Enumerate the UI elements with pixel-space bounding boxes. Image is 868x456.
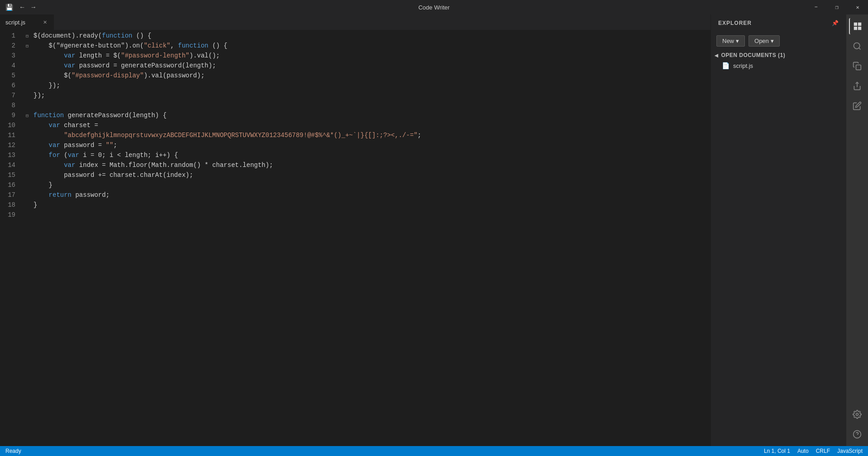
- line-code[interactable]: }: [32, 201, 711, 209]
- svg-rect-2: [854, 27, 857, 30]
- line-fold-icon[interactable]: ⊟: [23, 113, 32, 119]
- copy-icon[interactable]: [849, 58, 865, 74]
- settings-icon[interactable]: [849, 406, 865, 423]
- svg-rect-3: [858, 27, 861, 30]
- new-dropdown-icon: ▾: [736, 38, 739, 44]
- line-number: 7: [0, 92, 23, 99]
- line-code[interactable]: });: [32, 92, 711, 99]
- redo-icon: →: [31, 4, 35, 11]
- line-code[interactable]: var password = "";: [32, 142, 711, 149]
- redo-button[interactable]: →: [29, 3, 37, 12]
- close-button[interactable]: ✕: [847, 0, 868, 14]
- code-line: 11 "abcdefghijklmnopqrstuvwxyzABCDEFGHIJ…: [0, 132, 711, 142]
- sidebar-right-icons: [846, 14, 868, 446]
- line-code[interactable]: var length = $("#password-length").val()…: [32, 52, 711, 59]
- open-button[interactable]: Open ▾: [749, 35, 780, 47]
- status-auto[interactable]: Auto: [797, 448, 809, 454]
- section-title: OPEN DOCUMENTS (1): [721, 52, 786, 58]
- sidebar: EXPLORER 📌 New ▾ Open ▾ ◀ OPEN DOCUMENTS…: [711, 14, 846, 446]
- file-name: script.js: [733, 62, 753, 69]
- line-code[interactable]: password += charset.charAt(index);: [32, 171, 711, 179]
- search-icon[interactable]: [849, 38, 865, 54]
- save-icon: 💾: [5, 4, 13, 11]
- tab-close-icon[interactable]: ✕: [41, 19, 48, 26]
- editor-container: script.js ✕ 1⊟$(document).ready(function…: [0, 14, 711, 446]
- code-line: 15 password += charset.charAt(index);: [0, 171, 711, 181]
- line-number: 4: [0, 62, 23, 69]
- line-code[interactable]: var index = Math.floor(Math.random() * c…: [32, 162, 711, 169]
- line-number: 8: [0, 102, 23, 109]
- explorer-icon[interactable]: [849, 18, 865, 34]
- line-number: 9: [0, 112, 23, 119]
- open-dropdown-icon: ▾: [771, 38, 774, 44]
- line-fold-icon[interactable]: ⊟: [23, 43, 32, 49]
- line-number: 6: [0, 82, 23, 89]
- titlebar-left: 💾 ← →: [4, 3, 37, 12]
- maximize-button[interactable]: ❐: [826, 0, 847, 14]
- code-line: 8: [0, 102, 711, 112]
- line-number: 16: [0, 181, 23, 189]
- editor-tab[interactable]: script.js ✕: [0, 14, 54, 30]
- line-fold-icon[interactable]: ⊟: [23, 33, 32, 39]
- sidebar-pin-icon: 📌: [832, 20, 839, 26]
- undo-button[interactable]: ←: [19, 3, 26, 12]
- new-button-label: New: [722, 38, 734, 44]
- editor-content[interactable]: 1⊟$(document).ready(function () {2⊟ $("#…: [0, 30, 711, 446]
- line-code[interactable]: var charset =: [32, 122, 711, 129]
- code-line: 7});: [0, 92, 711, 102]
- new-button[interactable]: New ▾: [716, 35, 745, 47]
- app-title: Code Writer: [418, 4, 449, 11]
- svg-rect-6: [856, 65, 861, 70]
- code-line: 14 var index = Math.floor(Math.random() …: [0, 162, 711, 171]
- open-documents-section: ◀ OPEN DOCUMENTS (1) 📄 script.js: [711, 50, 846, 446]
- code-line: 2⊟ $("#generate-button").on("click", fun…: [0, 42, 711, 52]
- line-number: 18: [0, 201, 23, 209]
- code-line: 18}: [0, 201, 711, 211]
- status-left: Ready: [5, 448, 21, 454]
- sidebar-header: EXPLORER 📌: [711, 14, 846, 32]
- line-number: 13: [0, 152, 23, 159]
- minimize-button[interactable]: −: [806, 0, 826, 14]
- status-right: Ln 1, Col 1 Auto CRLF JavaScript: [764, 448, 863, 454]
- line-code[interactable]: return password;: [32, 191, 711, 199]
- line-number: 14: [0, 162, 23, 169]
- code-line: 19: [0, 211, 711, 221]
- sidebar-title: EXPLORER: [718, 20, 752, 26]
- line-number: 17: [0, 191, 23, 199]
- save-button[interactable]: 💾: [4, 3, 15, 12]
- sidebar-toolbar: New ▾ Open ▾: [711, 32, 846, 50]
- status-ready: Ready: [5, 448, 21, 454]
- open-button-label: Open: [754, 38, 769, 44]
- line-code[interactable]: for (var i = 0; i < length; i++) {: [32, 152, 711, 159]
- line-number: 5: [0, 72, 23, 79]
- edit-icon[interactable]: [849, 98, 865, 114]
- line-number: 2: [0, 42, 23, 49]
- code-line: 1⊟$(document).ready(function () {: [0, 32, 711, 42]
- line-code[interactable]: $("#password-display").val(password);: [32, 72, 711, 79]
- file-icon: 📄: [722, 62, 730, 69]
- line-code[interactable]: "abcdefghijklmnopqrstuvwxyzABCDEFGHIJKLM…: [32, 132, 711, 139]
- share-icon[interactable]: [849, 78, 865, 94]
- code-line: 6 });: [0, 82, 711, 92]
- line-number: 19: [0, 211, 23, 218]
- open-documents-header[interactable]: ◀ OPEN DOCUMENTS (1): [711, 50, 846, 60]
- status-line-ending[interactable]: CRLF: [816, 448, 830, 454]
- svg-line-5: [859, 48, 861, 50]
- code-line: 10 var charset =: [0, 122, 711, 132]
- code-line: 17 return password;: [0, 191, 711, 201]
- line-code[interactable]: }: [32, 181, 711, 189]
- line-number: 10: [0, 122, 23, 129]
- status-language[interactable]: JavaScript: [837, 448, 863, 454]
- file-item-scriptjs[interactable]: 📄 script.js: [711, 60, 846, 71]
- line-code[interactable]: $(document).ready(function () {: [32, 32, 711, 39]
- code-line: 13 for (var i = 0; i < length; i++) {: [0, 152, 711, 162]
- line-code[interactable]: });: [32, 82, 711, 89]
- line-code[interactable]: function generatePassword(length) {: [32, 112, 711, 119]
- status-position[interactable]: Ln 1, Col 1: [764, 448, 790, 454]
- svg-point-8: [856, 413, 858, 416]
- line-number: 1: [0, 32, 23, 39]
- help-icon[interactable]: [849, 426, 865, 442]
- line-code[interactable]: var password = generatePassword(length);: [32, 62, 711, 69]
- line-code[interactable]: $("#generate-button").on("click", functi…: [32, 42, 711, 49]
- undo-icon: ←: [20, 4, 24, 11]
